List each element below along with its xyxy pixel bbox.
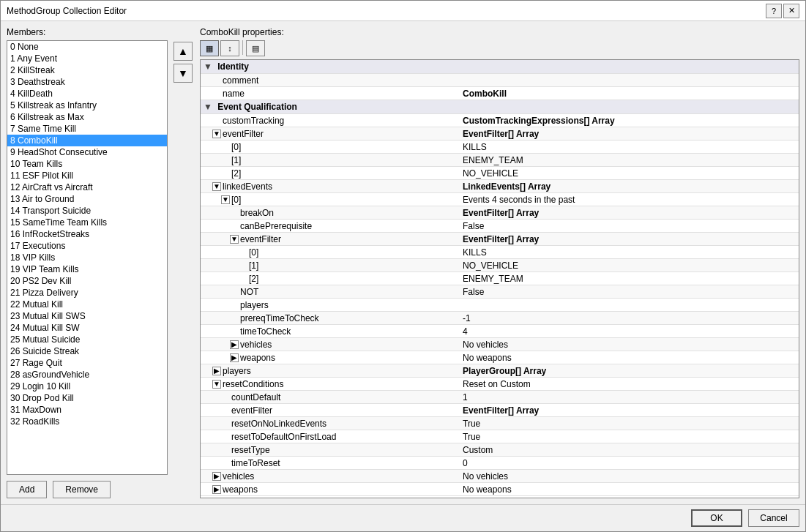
member-item-16[interactable]: 16 InfRocketStreaks <box>7 228 167 240</box>
expand-icon[interactable]: ▶ <box>230 353 239 362</box>
prop-name: countDefault <box>231 392 280 402</box>
props-row: customTrackingCustomTrackingExpressions[… <box>201 114 799 127</box>
member-item-28[interactable]: 28 asGroundVehicle <box>7 369 167 381</box>
prop-value: No weapons <box>457 351 799 364</box>
member-item-12[interactable]: 12 AirCraft vs Aircraft <box>7 181 167 193</box>
prop-value: EventFilter[] Array <box>457 233 799 246</box>
member-item-1[interactable]: 1 Any Event <box>7 53 167 64</box>
expand-icon[interactable]: ▶ <box>212 367 221 375</box>
prop-value: No vehicles <box>457 338 799 351</box>
member-item-0[interactable]: 0 None <box>7 41 167 53</box>
help-button[interactable]: ? <box>766 4 782 18</box>
sort-button[interactable]: ↕ <box>220 40 239 56</box>
props-row: [0]KILLS <box>201 141 799 154</box>
prop-value: True <box>457 430 799 443</box>
props-row: eventFilterEventFilter[] Array <box>201 404 799 417</box>
grid-view-button[interactable]: ▦ <box>200 40 219 56</box>
props-row: timeToCheck4 <box>201 325 799 338</box>
props-row: ▼ Identity <box>201 60 799 74</box>
remove-button[interactable]: Remove <box>53 481 111 498</box>
member-item-17[interactable]: 17 Executions <box>7 240 167 252</box>
ok-button[interactable]: OK <box>691 509 742 527</box>
prop-name: weapons <box>240 353 275 363</box>
member-item-26[interactable]: 26 Suicide Streak <box>7 345 167 357</box>
member-item-24[interactable]: 24 Mutual Kill SW <box>7 322 167 334</box>
main-content: Members: 0 None1 Any Event2 KillStreak3 … <box>1 21 805 504</box>
member-item-18[interactable]: 18 VIP Kills <box>7 252 167 263</box>
member-item-5[interactable]: 5 Killstreak as Infantry <box>7 100 167 111</box>
member-item-3[interactable]: 3 Deathstreak <box>7 76 167 88</box>
member-item-32[interactable]: 32 RoadKills <box>7 416 167 427</box>
expand-icon[interactable]: ▼ <box>230 235 239 244</box>
member-item-30[interactable]: 30 Drop Pod Kill <box>7 392 167 404</box>
props-row: ▶weaponsNo weapons <box>201 483 799 496</box>
member-item-10[interactable]: 10 Team Kills <box>7 158 167 170</box>
prop-name: comment <box>223 75 258 86</box>
move-up-button[interactable]: ▲ <box>173 42 193 61</box>
expand-icon[interactable]: ▶ <box>230 340 239 349</box>
member-item-29[interactable]: 29 Login 10 Kill <box>7 381 167 392</box>
props-row: resetTypeCustom <box>201 443 799 457</box>
member-item-6[interactable]: 6 Killstreak as Max <box>7 111 167 123</box>
member-item-4[interactable]: 4 KillDeath <box>7 88 167 100</box>
page-view-button[interactable]: ▤ <box>246 40 265 56</box>
member-item-23[interactable]: 23 Mutual Kill SWS <box>7 310 167 322</box>
prop-value: Custom <box>457 443 799 457</box>
prop-value: ENEMY_TEAM <box>457 154 799 167</box>
member-item-31[interactable]: 31 MaxDown <box>7 404 167 416</box>
member-item-21[interactable]: 21 Pizza Delivery <box>7 287 167 299</box>
props-row: [1]ENEMY_TEAM <box>201 154 799 167</box>
prop-value: ENEMY_TEAM <box>457 272 799 285</box>
member-item-9[interactable]: 9 HeadShot Consecutive <box>7 146 167 158</box>
title-bar-buttons: ? ✕ <box>766 4 799 18</box>
props-row: ▼eventFilterEventFilter[] Array <box>201 127 799 141</box>
props-row: timeToReset0 <box>201 457 799 470</box>
member-item-14[interactable]: 14 Transport Suicide <box>7 205 167 217</box>
members-list-container[interactable]: 0 None1 Any Event2 KillStreak3 Deathstre… <box>7 40 168 475</box>
prop-name: [1] <box>249 261 258 271</box>
expand-icon[interactable]: ▶ <box>212 472 221 481</box>
member-item-25[interactable]: 25 Mutual Suicide <box>7 334 167 345</box>
prop-value: ComboKill <box>457 87 799 100</box>
section-label: Event Qualification <box>217 102 297 112</box>
props-row: nameComboKill <box>201 87 799 100</box>
members-list: 0 None1 Any Event2 KillStreak3 Deathstre… <box>7 41 167 427</box>
prop-value: Events 4 seconds in the past <box>457 193 799 206</box>
add-button[interactable]: Add <box>7 481 47 498</box>
prop-value: 1 <box>457 391 799 404</box>
props-grid-container[interactable]: ▼ IdentitycommentnameComboKill▼ Event Qu… <box>200 59 799 498</box>
member-item-27[interactable]: 27 Rage Quit <box>7 357 167 369</box>
prop-value: LinkedEvents[] Array <box>457 180 799 193</box>
prop-name: [2] <box>249 274 258 284</box>
member-item-8[interactable]: 8 ComboKill <box>7 135 167 146</box>
expand-icon[interactable]: ▼ <box>221 195 230 204</box>
close-button[interactable]: ✕ <box>783 4 799 18</box>
section-label: Identity <box>217 61 249 72</box>
prop-name: [0] <box>231 195 241 205</box>
member-item-19[interactable]: 19 VIP Team Kills <box>7 263 167 275</box>
member-item-7[interactable]: 7 Same Time Kill <box>7 123 167 135</box>
expand-icon[interactable]: ▶ <box>212 485 221 494</box>
cancel-button[interactable]: Cancel <box>748 509 799 527</box>
member-item-22[interactable]: 22 Mutual Kill <box>7 299 167 310</box>
member-item-15[interactable]: 15 SameTime Team Kills <box>7 217 167 228</box>
props-row: ▼ Event Qualification <box>201 100 799 114</box>
prop-value: KILLS <box>457 246 799 259</box>
move-down-button[interactable]: ▼ <box>173 64 193 83</box>
arrow-buttons: ▲ ▼ <box>173 27 194 498</box>
expand-icon[interactable]: ▼ <box>212 182 221 191</box>
member-item-2[interactable]: 2 KillStreak <box>7 64 167 76</box>
member-item-13[interactable]: 13 Air to Ground <box>7 193 167 205</box>
prop-name: eventFilter <box>231 405 272 416</box>
props-row: comment <box>201 74 799 87</box>
prop-name: resetType <box>231 445 270 455</box>
prop-name: [0] <box>249 247 258 258</box>
expand-icon[interactable]: ▼ <box>212 130 221 138</box>
props-row: NOTFalse <box>201 285 799 299</box>
prop-value <box>457 299 799 312</box>
expand-icon[interactable]: ▼ <box>212 380 221 389</box>
props-row: [1]NO_VEHICLE <box>201 259 799 272</box>
prop-value: 4 <box>457 325 799 338</box>
member-item-20[interactable]: 20 PS2 Dev Kill <box>7 275 167 287</box>
member-item-11[interactable]: 11 ESF Pilot Kill <box>7 170 167 181</box>
